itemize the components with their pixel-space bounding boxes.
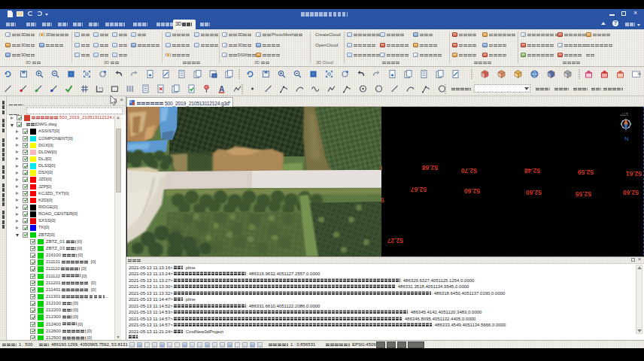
- svg-text:»: »: [637, 70, 641, 77]
- svg-text:N: N: [624, 135, 628, 142]
- svg-text:177°: 177°: [620, 112, 628, 117]
